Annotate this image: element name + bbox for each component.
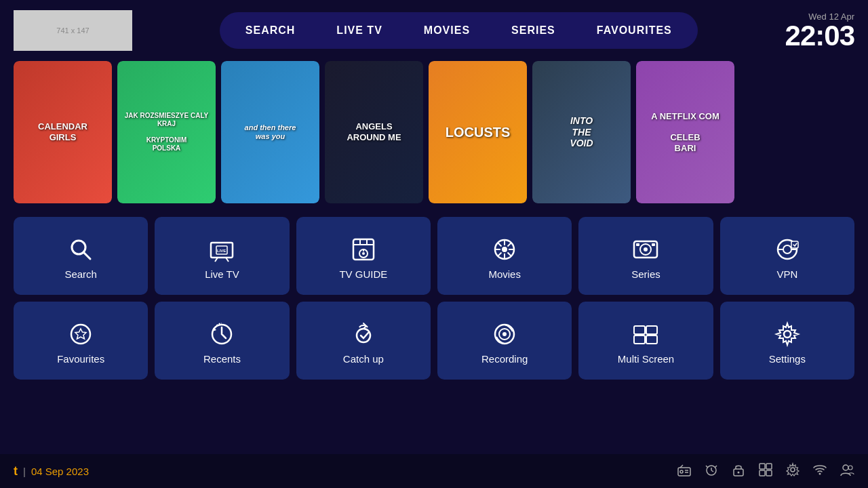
svg-point-37	[357, 329, 370, 342]
search-icon	[67, 236, 94, 263]
grid-movies-label: Movies	[488, 268, 521, 280]
grid-catch-up-label: Catch up	[343, 353, 384, 365]
svg-point-57	[738, 471, 740, 473]
svg-rect-61	[766, 470, 772, 476]
logo: 741 x 147	[14, 10, 132, 51]
grid-favourites-label: Favourites	[57, 353, 104, 365]
grid-search-label: Search	[64, 268, 97, 280]
svg-point-63	[819, 472, 821, 474]
grid-recording[interactable]: Recording	[437, 302, 572, 380]
nav-bar: SEARCH LIVE TV MOVIES SERIES FAVOURITES	[220, 12, 698, 49]
nav-live-tv[interactable]: LIVE TV	[317, 18, 401, 43]
svg-point-64	[843, 465, 848, 470]
grid-multi-screen-label: Multi Screen	[618, 353, 674, 365]
svg-line-22	[508, 243, 512, 247]
clock-time: 22:03	[785, 22, 854, 50]
svg-point-45	[784, 331, 791, 338]
logo-text: 741 x 147	[56, 26, 89, 35]
main-grid-row1: Search LIVE Live TV TV GUIDE	[0, 207, 868, 295]
svg-rect-27	[636, 243, 639, 246]
svg-point-30	[783, 245, 791, 253]
series-icon	[632, 236, 659, 263]
svg-rect-59	[766, 464, 772, 469]
movie-poster-6[interactable]: A NETFLIX COMCELEBBARI	[636, 61, 734, 203]
svg-line-21	[508, 252, 512, 256]
svg-point-12	[362, 252, 365, 255]
grid-favourites[interactable]: Favourites	[14, 302, 148, 380]
clock-area: Wed 12 Apr 22:03	[785, 12, 854, 50]
svg-line-54	[706, 466, 708, 468]
grid-live-tv-label: Live TV	[205, 268, 239, 280]
svg-rect-33	[791, 241, 798, 248]
movie-poster-5[interactable]: INTOTHEVOID	[532, 61, 631, 203]
svg-line-55	[715, 466, 717, 468]
radio-icon[interactable]	[677, 462, 692, 481]
footer-settings-icon[interactable]	[785, 462, 800, 481]
svg-rect-44	[646, 336, 657, 344]
grid-catch-up[interactable]: Catch up	[296, 302, 431, 380]
movie-poster-3[interactable]: ANGELSAROUND ME	[325, 61, 423, 203]
nav-series[interactable]: SERIES	[492, 18, 574, 43]
nav-favourites[interactable]: FAVOURITES	[578, 18, 691, 43]
footer-date: 04 Sep 2023	[31, 466, 89, 477]
multi-screen-icon	[632, 321, 659, 348]
svg-line-20	[498, 243, 502, 247]
grid-icon[interactable]	[758, 462, 773, 481]
live-tv-icon: LIVE	[208, 236, 235, 263]
svg-line-23	[498, 252, 502, 256]
user-icon[interactable]	[840, 462, 854, 481]
nav-search[interactable]: SEARCH	[226, 18, 315, 43]
favourites-icon	[67, 321, 94, 348]
svg-rect-42	[646, 326, 657, 334]
svg-rect-60	[760, 470, 765, 476]
svg-point-65	[848, 466, 852, 470]
grid-recents-label: Recents	[203, 353, 241, 365]
svg-point-62	[791, 468, 795, 472]
footer: t | 04 Sep 2023	[0, 454, 868, 488]
svg-rect-43	[634, 336, 645, 344]
grid-recording-label: Recording	[481, 353, 528, 365]
recents-icon	[208, 321, 235, 348]
footer-brand: t	[14, 464, 18, 479]
footer-left: t | 04 Sep 2023	[14, 464, 89, 479]
settings-icon	[774, 321, 801, 348]
grid-recents[interactable]: Recents	[155, 302, 289, 380]
svg-point-40	[502, 332, 507, 336]
recording-icon	[491, 321, 518, 348]
movie-poster-1[interactable]: JAK ROZSMIESZYE CALY KRAJKRYPTONIMPOLSKA	[117, 61, 216, 203]
alarm-icon[interactable]	[704, 462, 719, 481]
svg-rect-58	[760, 464, 765, 469]
movie-poster-4[interactable]: LOCUSTS	[429, 61, 527, 203]
movies-icon	[491, 236, 518, 263]
svg-rect-28	[652, 243, 655, 246]
grid-multi-screen[interactable]: Multi Screen	[578, 302, 713, 380]
grid-settings-label: Settings	[769, 353, 806, 365]
wifi-icon[interactable]	[812, 462, 827, 481]
grid-series[interactable]: Series	[578, 217, 713, 295]
svg-line-53	[711, 470, 713, 472]
footer-separator: |	[23, 466, 26, 477]
movie-poster-0[interactable]: CALENDARGIRLS	[14, 61, 112, 203]
svg-rect-41	[634, 326, 645, 334]
grid-live-tv[interactable]: LIVE Live TV	[155, 217, 289, 295]
svg-point-34	[71, 325, 90, 344]
grid-series-label: Series	[631, 268, 660, 280]
grid-vpn[interactable]: VPN	[720, 217, 854, 295]
lock-icon[interactable]	[731, 462, 746, 481]
footer-icons	[677, 462, 854, 481]
grid-vpn-label: VPN	[776, 268, 797, 280]
main-grid-row2: Favourites Recents Catch up Recording	[0, 295, 868, 380]
svg-text:LIVE: LIVE	[217, 249, 226, 253]
grid-settings[interactable]: Settings	[720, 302, 854, 380]
movie-poster-2[interactable]: and then therewas you	[221, 61, 319, 203]
nav-movies[interactable]: MOVIES	[405, 18, 489, 43]
svg-point-26	[644, 247, 648, 251]
header: 741 x 147 SEARCH LIVE TV MOVIES SERIES F…	[0, 0, 868, 61]
svg-line-1	[83, 252, 90, 259]
svg-point-47	[680, 470, 683, 473]
grid-tv-guide-label: TV GUIDE	[339, 268, 387, 280]
grid-search[interactable]: Search	[14, 217, 148, 295]
tv-guide-icon	[350, 236, 377, 263]
grid-movies[interactable]: Movies	[437, 217, 572, 295]
grid-tv-guide[interactable]: TV GUIDE	[296, 217, 431, 295]
